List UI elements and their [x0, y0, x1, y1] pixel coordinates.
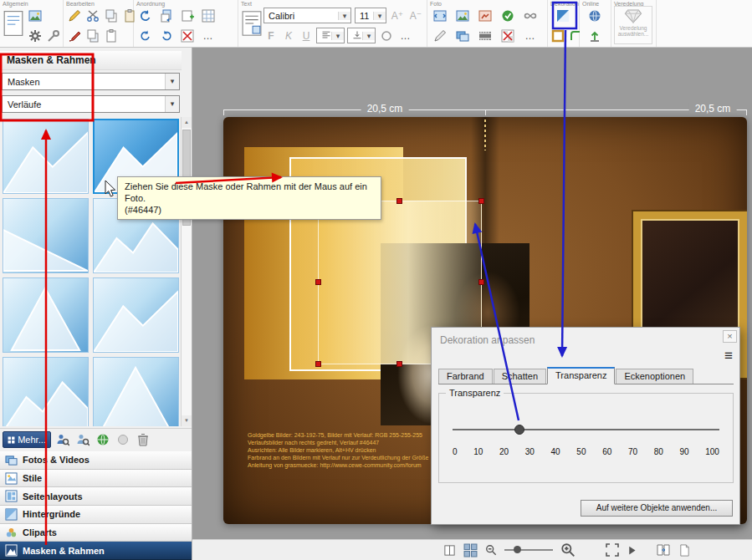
tab-schatten[interactable]: Schatten	[494, 369, 546, 384]
add-page-icon[interactable]	[179, 8, 196, 24]
search-similar-icon[interactable]	[74, 431, 91, 448]
anordnung-overflow-icon[interactable]: …	[200, 28, 217, 44]
font-decrease-button[interactable]: A⁻	[408, 8, 423, 23]
document-icon[interactable]	[3, 10, 23, 37]
chevron-down-icon[interactable]: ▾	[373, 12, 386, 20]
pages-grid-icon[interactable]	[200, 8, 217, 24]
align-select[interactable]: ▾	[316, 28, 345, 43]
mask-thumbnail[interactable]	[3, 198, 89, 273]
mask-frame-icon[interactable]	[555, 8, 571, 24]
tab-eckenoptionen[interactable]: Eckenoptionen	[616, 369, 693, 384]
photo-list-icon[interactable]	[454, 28, 471, 44]
selection-handle[interactable]	[396, 198, 402, 204]
more-button[interactable]: Mehr...	[3, 431, 51, 448]
trash-icon[interactable]	[135, 431, 151, 448]
link-infinity-icon[interactable]	[522, 8, 539, 24]
transparency-slider-handle[interactable]	[514, 425, 524, 435]
mask-thumbnail[interactable]	[3, 357, 89, 426]
rotate-left-icon[interactable]	[137, 8, 154, 24]
scroll-down-icon[interactable]: ▼	[182, 415, 192, 426]
mask-thumbnail[interactable]	[93, 357, 179, 426]
photo-effects-icon[interactable]	[454, 8, 471, 24]
remove-background-icon[interactable]	[499, 28, 516, 44]
thumbnail-scrollbar[interactable]: ▲ ▼	[181, 117, 192, 426]
edit-photo-icon[interactable]	[432, 28, 448, 44]
bring-forward-icon[interactable]	[158, 8, 175, 24]
selection-handle[interactable]	[315, 361, 321, 367]
font-family-select[interactable]: Calibri ▾	[263, 8, 351, 23]
text-frame-icon[interactable]	[242, 10, 262, 37]
chevron-down-icon[interactable]: ▾	[362, 32, 375, 40]
selection-handle[interactable]	[315, 279, 321, 285]
mask-thumbnail[interactable]	[3, 277, 89, 353]
next-page-icon[interactable]	[627, 545, 637, 556]
rotate-page-left-icon[interactable]	[137, 28, 154, 44]
veredelung-button[interactable]: Veredelung auswählen...	[614, 6, 652, 44]
border-icon[interactable]	[550, 28, 566, 44]
format-brush-icon[interactable]	[66, 28, 83, 44]
zoom-in-icon[interactable]	[560, 542, 576, 557]
sidebar-item-hintergruende[interactable]: Hintergründe	[0, 506, 192, 524]
transparency-slider[interactable]	[453, 429, 719, 430]
tab-transparenz[interactable]: Transparenz	[547, 367, 615, 384]
page-flip-icon[interactable]	[656, 543, 671, 557]
chevron-down-icon[interactable]: ▾	[165, 96, 179, 112]
sidebar-item-seitenlayouts[interactable]: Seitenlayouts	[0, 487, 192, 506]
sidebar-item-stile[interactable]: Stile	[0, 470, 192, 488]
menu-icon[interactable]: ≡	[724, 348, 733, 364]
sidebar-item-fotos-videos[interactable]: Fotos & Videos	[0, 451, 192, 470]
cut-scissors-icon[interactable]	[84, 8, 101, 24]
slideshow-film-icon[interactable]	[477, 28, 494, 44]
upload-icon[interactable]	[586, 28, 603, 44]
font-size-select[interactable]: 11 ▾	[355, 8, 386, 23]
clipboard-icon[interactable]	[103, 28, 120, 44]
italic-button[interactable]: K	[281, 28, 296, 43]
gradients-dropdown[interactable]: Verläufe ▾	[2, 95, 180, 113]
close-icon[interactable]: ×	[723, 330, 737, 343]
selection-handle[interactable]	[396, 361, 402, 367]
mask-thumbnail[interactable]	[93, 277, 179, 353]
zoom-slider[interactable]	[504, 544, 553, 556]
mask-thumbnail[interactable]	[3, 119, 89, 194]
page-preview-icon[interactable]	[678, 544, 691, 557]
selection-handle[interactable]	[478, 279, 484, 285]
chevron-down-icon[interactable]: ▾	[331, 32, 344, 40]
masks-dropdown[interactable]: Masken ▾	[2, 73, 180, 90]
swap-photo-icon[interactable]	[432, 8, 448, 24]
edit-pencil-icon[interactable]	[66, 8, 83, 24]
sidebar-item-cliparts[interactable]: Cliparts	[0, 524, 192, 542]
grid-view-icon[interactable]	[463, 543, 478, 557]
chevron-down-icon[interactable]: ▾	[338, 12, 350, 20]
chevron-down-icon[interactable]: ▾	[165, 74, 179, 89]
globe-icon[interactable]	[586, 8, 603, 24]
fullscreen-icon[interactable]	[606, 543, 619, 557]
disabled-filter-icon[interactable]	[115, 431, 131, 448]
valign-select[interactable]: ▾	[347, 28, 376, 43]
zoom-out-icon[interactable]	[485, 544, 497, 556]
photo-correction-icon[interactable]	[477, 8, 494, 24]
tab-farbrand[interactable]: Farbrand	[438, 369, 493, 384]
single-page-view-icon[interactable]	[443, 544, 456, 557]
auto-fix-icon[interactable]	[499, 8, 516, 24]
font-increase-button[interactable]: A⁺	[390, 8, 405, 23]
tools-icon[interactable]	[45, 28, 62, 44]
settings-gear-icon[interactable]	[27, 28, 43, 44]
delete-page-icon[interactable]	[179, 28, 196, 44]
apply-to-more-objects-button[interactable]: Auf weitere Objekte anwenden...	[581, 500, 733, 517]
new-project-icon[interactable]	[27, 8, 43, 24]
scroll-up-icon[interactable]: ▲	[182, 117, 192, 128]
underline-button[interactable]: U	[299, 28, 314, 43]
foto-overflow-icon[interactable]: …	[522, 28, 539, 44]
toolbar-group-online: Online	[580, 0, 611, 47]
web-content-icon[interactable]	[95, 431, 111, 448]
text-overflow-icon[interactable]: …	[397, 28, 414, 44]
text-color-icon[interactable]	[378, 28, 395, 44]
sidebar-item-masken-rahmen[interactable]: Masken & Rahmen	[0, 542, 192, 560]
duplicate-icon[interactable]	[84, 28, 101, 44]
search-photos-icon[interactable]	[54, 431, 71, 448]
zoom-slider-handle[interactable]	[514, 546, 521, 553]
selection-handle[interactable]	[478, 198, 484, 204]
rotate-page-right-icon[interactable]	[158, 28, 175, 44]
bold-button[interactable]: F	[263, 28, 279, 43]
copy-icon[interactable]	[103, 8, 120, 24]
